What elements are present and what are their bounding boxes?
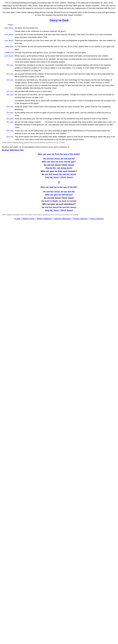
prayer-row: Dear God,As Thy children all over the wo… (2, 45, 116, 50)
hymn-verse1-question: Who can save me from the way of the deat… (2, 153, 116, 156)
prayer-content (15, 23, 116, 26)
prayer-row: Oh Lord,by the falling snow you remind u… (2, 111, 116, 117)
prayer-label: Lord Jesus, (2, 33, 15, 38)
hymn-line: Who can save me from such torment ? (2, 170, 116, 173)
prayer-content: Snowflakes, dance freely, let us dance w… (15, 99, 116, 105)
hymn-verse2-number: 2 (2, 180, 116, 184)
prayer-content: We are filled with thanks to you in much… (15, 90, 116, 93)
hymn-line: Who can give me eternal joy? (2, 193, 116, 196)
prayer-content: loudly we praise Thee. Praise God in His… (15, 105, 116, 111)
prayer-label: Lord Jesus, (2, 26, 15, 29)
prayer-label: Oh Lord, (2, 64, 15, 72)
prayer-row: Lord Jesus,Thank you and praise you that… (2, 39, 116, 44)
intro-para2: For many years, Sister Esther Aiguang Wa… (2, 11, 116, 16)
hymn-verse1: No one but Jesus, No one but He!Who can … (2, 157, 116, 179)
prayer-label (2, 58, 15, 63)
prayer-content: you yourself will lead all the children … (15, 72, 116, 78)
hymn-line: No one but Jesus! No one but Jesus! (2, 206, 116, 209)
hymn-intro-text: Brothers and sisters, let us sing togeth… (2, 146, 69, 148)
hymn-question1: Who can save me from the way of the deat… (2, 153, 116, 156)
prayer-label: Oh Lord, (2, 111, 15, 117)
prayer-row: Oh Lord,may all the saved ones follow yo… (2, 135, 116, 141)
prayer-content: by the falling snow you remind us again … (15, 111, 116, 117)
hymn-verse2-question: Who can lead me to the way of the life? (2, 186, 116, 189)
intro-section: This is a praising,thanking,encouraging … (2, 2, 116, 16)
prayer-label: Oh Lord, (2, 121, 15, 129)
hymn-line: Only My Jesus ! Christ Jesus! (2, 176, 116, 179)
prayer-row: Oh Lord,we can not help crying in thanks… (2, 121, 116, 129)
prayer-content: Lord we praise you, at the moment of our… (15, 58, 116, 63)
hymn-line: No one but Jesus! No one but Jesus! (2, 173, 116, 176)
hymn-intro: Brothers and sisters, let us sing togeth… (2, 146, 116, 152)
prayer-label: Dear God, (2, 45, 15, 50)
prayer-content: Thy Spirit has revealed to us that our r… (15, 64, 116, 72)
hymn-section: Brothers and sisters, let us sing togeth… (2, 146, 116, 216)
prayer-row: Lord Jesus,we thank you and praise you. (2, 26, 116, 29)
prayer-content: we praise you and thank you. We praise y… (15, 78, 116, 90)
hymn-note: Note: English translation from the words… (2, 214, 116, 216)
intro-para1: This is a praising,thanking,encouraging … (2, 2, 116, 10)
hymn-line: Who can save me from eternal pain? (2, 160, 116, 163)
prayer-title: Glory to God (2, 18, 116, 22)
sister-note: Sister Esther Aiguang Wang prayed in acc… (2, 142, 116, 144)
prayer-row: Oh Lord,you yourself will lead all the c… (2, 72, 116, 78)
hymn-line: Only My Jesus ! Christ Jesus! (2, 209, 116, 212)
footer-links-container: A Letter | Ministry Prayer | Mission Sta… (2, 218, 116, 220)
prayer-label (2, 30, 15, 33)
prayer-label: Oh Lord, (2, 117, 15, 120)
prayer-label: Prayer: (2, 23, 15, 26)
prayer-section: Glory to God Prayer:Lord Jesus,we thank … (2, 18, 116, 144)
prayer-row: Oh Lord,we praise you and thank you. We … (2, 78, 116, 90)
prayer-content: may all the saved ones follow you faithf… (15, 135, 116, 141)
prayer-label: Thank Lord (2, 51, 15, 54)
prayer-row: Oh Lord,Thy Spirit has revealed to us th… (2, 64, 116, 72)
prayer-label: Oh Lord, (2, 129, 15, 135)
prayer-content: As Thy children all over the world remem… (15, 45, 116, 50)
prayer-label: Oh Lord, (2, 135, 15, 141)
hymn-line: Eternal fire, not dying worm! (2, 166, 116, 170)
prayer-label: Lord Jesus, (2, 39, 15, 44)
prayer-label: Oh Lord, (2, 105, 15, 111)
footer-links: A Letter | Ministry Prayer | Mission Sta… (2, 218, 116, 220)
footer-link-5[interactable]: Hymns Collection (90, 218, 104, 220)
hymn-line: No more in death, no more in sorrow! (2, 200, 116, 202)
prayer-row: Thank LordThrough Thy precious and glori… (2, 51, 116, 54)
hymn-verse2: No one but Jesus, No one but He!Who can … (2, 190, 116, 212)
footer-link-2[interactable]: Mission Statement (37, 218, 52, 220)
footer-link-3[interactable]: Testimony Messages (54, 218, 71, 220)
prayer-content: thank you and praise you. the new techno… (15, 117, 116, 120)
prayer-row: Oh Lord,thank you and praise you. the ne… (2, 117, 116, 120)
prayer-row: Oh Lord,loudly we praise Thee. Praise Go… (2, 105, 116, 111)
prayer-label: Oh Lord, (2, 93, 15, 99)
prayer-content: we can not help crying in thanks....... … (15, 121, 116, 129)
prayer-content: we thank you and praise you. (15, 26, 116, 29)
hymn-line: No one but Jesus, No one but He! (2, 157, 116, 160)
prayer-row: Oh Lord,We are filled with thanks to you… (2, 90, 116, 93)
hymn-line: Who can give me such abundance? (2, 202, 116, 206)
footer-link-0[interactable]: A Letter (14, 218, 20, 220)
prayer-row: Snowflakes, dance freely, let us dance w… (2, 99, 116, 105)
prayer-row: Prayer: (2, 23, 116, 26)
prayer-content: Thank you Lord, by the falling snow, you… (15, 129, 116, 135)
hymn-author: Brother Watchman Nee (2, 149, 24, 151)
prayer-label: Oh Lord, (2, 72, 15, 78)
prayer-rows: Prayer:Lord Jesus,we thank you and prais… (2, 23, 116, 141)
prayer-content: Through Thy precious and glorious cross,… (15, 51, 116, 54)
prayer-row: Oh Lord,the loud sound of cold wind, can… (2, 93, 116, 99)
prayer-content: I know you like to hear confessions of a… (15, 33, 116, 38)
footer-link-4[interactable]: Prayers Collection (73, 218, 88, 220)
prayer-row: Lord Jesus,What a grace, by the precious… (2, 54, 116, 57)
prayer-content: Thank you and praise you that Thou never… (15, 39, 116, 44)
footer-link-1[interactable]: Ministry Prayer (23, 218, 35, 220)
prayer-label (2, 99, 15, 105)
prayer-content: What a grace, by the precious blood, by … (15, 54, 116, 57)
prayer-label: Oh Lord, (2, 78, 15, 90)
prayer-row: Please listen to the confession of a per… (2, 30, 116, 33)
prayer-label: Lord Jesus, (2, 54, 15, 57)
prayer-row: Lord we praise you, at the moment of our… (2, 58, 116, 63)
prayer-content: Please listen to the confession of a per… (15, 30, 116, 33)
prayer-label: Oh Lord, (2, 90, 15, 93)
hymn-line: No one but Jesus, No one but He! (2, 190, 116, 193)
prayer-row: Lord Jesus,I know you like to hear confe… (2, 33, 116, 38)
hymn-question2: Who can lead me to the way of the life? (2, 186, 116, 189)
